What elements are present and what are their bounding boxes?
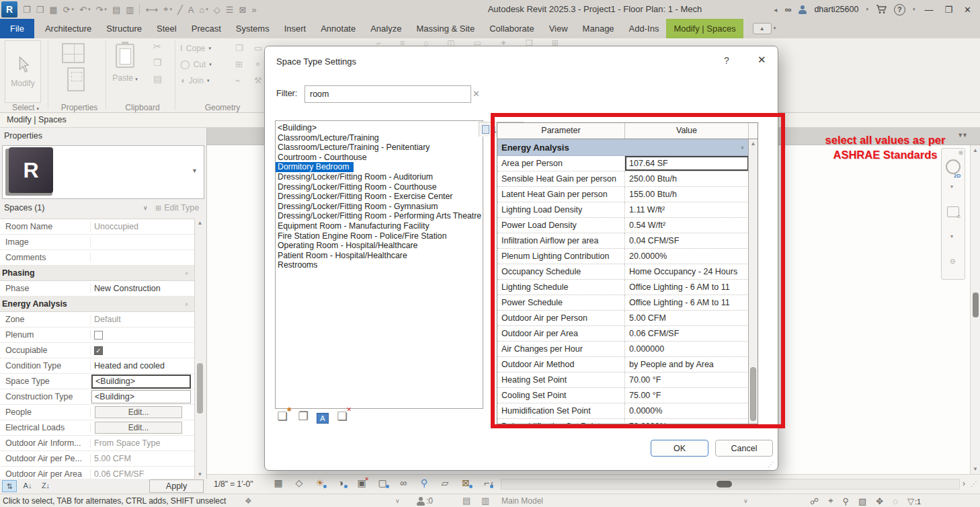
- scrollbar-thumb[interactable]: [197, 363, 203, 414]
- tab-view[interactable]: View: [542, 19, 575, 38]
- save-icon[interactable]: ▦: [49, 5, 57, 15]
- collapse-group-icon[interactable]: »: [183, 272, 189, 274]
- plenum-checkbox[interactable]: [94, 331, 103, 340]
- sort-default-icon[interactable]: ⇅: [2, 480, 17, 492]
- temporary-hide-isolate-icon[interactable]: ∞: [397, 477, 409, 488]
- select-links-icon[interactable]: ☍: [810, 496, 819, 506]
- energy-analysis-group-header[interactable]: Energy Analysis »: [497, 139, 749, 156]
- scroll-up-icon[interactable]: ▲: [195, 220, 205, 226]
- undo-icon-dropdown[interactable]: ▾: [88, 7, 91, 12]
- select-panel-label[interactable]: Select▾: [5, 103, 46, 112]
- measure-icon[interactable]: ⟷: [145, 5, 158, 15]
- expand-qat-icon[interactable]: »: [251, 5, 256, 15]
- scrollbar-thumb[interactable]: [717, 481, 732, 488]
- ribbon-display-toggle-icon[interactable]: ▲: [753, 23, 772, 34]
- parameter-table-scrollbar[interactable]: ▲: [748, 139, 758, 424]
- delete-space-type-icon[interactable]: ❏✕: [335, 410, 350, 426]
- view-scale[interactable]: 1/8" = 1'-0": [214, 479, 253, 489]
- parameter-value[interactable]: 75.00 °F: [625, 388, 749, 403]
- cancel-button[interactable]: Cancel: [715, 440, 773, 457]
- dialog-close-icon[interactable]: ✕: [758, 54, 766, 66]
- property-value[interactable]: Heated and cooled: [91, 361, 194, 370]
- parameter-value[interactable]: Office Lighting - 6 AM to 11: [625, 280, 749, 295]
- tab-architecture[interactable]: Architecture: [38, 19, 99, 38]
- space-type-dressing-locker-fitting-room-courthouse[interactable]: Dressing/Locker/Fitting Room - Courthous…: [276, 182, 440, 192]
- tab-systems[interactable]: Systems: [229, 19, 277, 38]
- parameter-value[interactable]: 5.00 CFM: [625, 311, 749, 325]
- section-icon[interactable]: ◇: [214, 5, 220, 15]
- space-type-operating-room-hospital-healthcare[interactable]: Operating Room - Hospital/Healthcare: [276, 241, 421, 251]
- close-button[interactable]: ✕: [962, 5, 973, 15]
- design-options-icon[interactable]: ▥: [481, 496, 489, 506]
- duplicate-space-type-icon[interactable]: ❐: [296, 410, 311, 426]
- undo-icon[interactable]: ↶▾: [79, 5, 90, 15]
- parameter-value[interactable]: 0.04 CFM/SF: [625, 233, 749, 248]
- reveal-hidden-elements-icon[interactable]: ⚲: [418, 477, 430, 488]
- parameter-value[interactable]: 70.00 °F: [625, 373, 749, 387]
- select-pinned-icon[interactable]: ⚲: [843, 496, 850, 506]
- background-processes-icon[interactable]: ◌: [893, 496, 898, 506]
- parameter-value[interactable]: 250.00 Btu/h: [625, 171, 749, 186]
- join-tool[interactable]: ◖Join▾: [180, 75, 212, 85]
- space-type-patient-room-hospital-healthcare[interactable]: Patient Room - Hospital/Healthcare: [276, 251, 411, 261]
- sort-descending-icon[interactable]: Z↓: [38, 480, 53, 492]
- parameter-value[interactable]: 107.64 SF: [625, 156, 749, 171]
- space-type-dressing-locker-fitting-room-performing-arts-theatre[interactable]: Dressing/Locker/Fitting Room - Performin…: [276, 211, 483, 221]
- show-crop-region-icon[interactable]: ▢: [376, 477, 389, 488]
- collapse-group-icon[interactable]: »: [739, 146, 745, 149]
- dialog-resize-grip[interactable]: ⋰: [768, 461, 774, 468]
- active-design-option[interactable]: Main Model: [501, 496, 543, 506]
- apply-button[interactable]: Apply: [149, 479, 204, 493]
- property-value[interactable]: <Building>: [91, 375, 191, 389]
- cut-icon[interactable]: ✂: [153, 41, 162, 52]
- property-value[interactable]: Default: [91, 315, 194, 324]
- wall-opening-icon[interactable]: ❒: [235, 43, 249, 53]
- select-underlay-icon[interactable]: ⌖: [828, 496, 833, 506]
- rename-space-type-icon[interactable]: A: [317, 413, 329, 424]
- scroll-up-icon[interactable]: ▲: [971, 147, 980, 153]
- space-type-dormitory-bedroom[interactable]: Dormitory Bedroom: [276, 162, 354, 172]
- cope-dropdown-icon[interactable]: ▾: [209, 46, 212, 51]
- scrollbar-thumb[interactable]: [973, 292, 979, 317]
- property-value[interactable]: Unoccupied: [91, 222, 194, 231]
- tab-massing-site[interactable]: Massing & Site: [409, 19, 482, 38]
- worksets-icon[interactable]: ▤: [462, 496, 471, 506]
- tab-modify-spaces[interactable]: Modify | Spaces: [666, 19, 743, 38]
- properties-scrollbar[interactable]: ▲ ▼: [194, 219, 205, 479]
- synchronize-icon-dropdown[interactable]: ▾: [72, 7, 75, 12]
- occupiable-checkbox[interactable]: ✓: [94, 346, 103, 355]
- user-dropdown-icon[interactable]: ▾: [866, 7, 868, 12]
- parameter-value[interactable]: 1.11 W/ft²: [625, 202, 749, 217]
- sort-ascending-icon[interactable]: A↓: [20, 480, 35, 492]
- navbar-close-icon[interactable]: ⊗: [958, 149, 963, 156]
- space-type-dressing-locker-fitting-room-auditorium[interactable]: Dressing/Locker/Fitting Room - Auditoriu…: [276, 172, 437, 182]
- status-chevron-icon[interactable]: ∨: [395, 498, 400, 504]
- element-selector[interactable]: Spaces (1): [2, 203, 44, 212]
- parameter-value[interactable]: 0.06 CFM/SF: [625, 326, 749, 341]
- parameter-value[interactable]: 0.54 W/ft²: [625, 218, 749, 233]
- match-type-icon[interactable]: ▤: [153, 73, 162, 84]
- edit-type-button[interactable]: ⊞ Edit Type: [155, 203, 199, 212]
- property-value[interactable]: 0.06 CFM/SF: [91, 469, 194, 479]
- drag-on-selection-icon[interactable]: ✥: [876, 496, 883, 506]
- design-option-dropdown-icon[interactable]: ∨: [743, 498, 748, 504]
- people-edit-button[interactable]: Edit...: [95, 406, 182, 418]
- detail-line-icon[interactable]: ╱: [177, 5, 183, 15]
- space-type-building[interactable]: <Building>: [276, 123, 321, 133]
- print-icon[interactable]: ▤: [112, 5, 120, 15]
- space-type-fire-station-engine-room-police-fire-station[interactable]: Fire Station Engine Room - Police/Fire S…: [276, 231, 451, 241]
- space-type-equipment-room-manufacturing-facility[interactable]: Equipment Room - Manufacturing Facility: [276, 221, 434, 231]
- space-type-dressing-locker-fitting-room-exercise-center[interactable]: Dressing/Locker/Fitting Room - Exercise …: [276, 192, 456, 202]
- ok-button[interactable]: OK: [651, 440, 708, 457]
- copy-icon[interactable]: ❐: [153, 57, 162, 68]
- join-dropdown-icon[interactable]: ▾: [207, 78, 210, 83]
- default-3d-view-icon-dropdown[interactable]: ▾: [206, 7, 208, 12]
- aligned-dimension-icon[interactable]: ⌖▾: [163, 4, 172, 15]
- parameter-value[interactable]: by People and by Area: [625, 357, 749, 372]
- username[interactable]: dharti25600: [814, 5, 858, 14]
- steering-wheel-icon[interactable]: [946, 159, 961, 174]
- property-value[interactable]: <Building>: [91, 390, 191, 403]
- property-value[interactable]: 5.00 CFM: [91, 454, 194, 463]
- shadows-icon[interactable]: ◑: [335, 477, 347, 488]
- parameter-value[interactable]: Office Lighting - 6 AM to 11: [625, 295, 749, 310]
